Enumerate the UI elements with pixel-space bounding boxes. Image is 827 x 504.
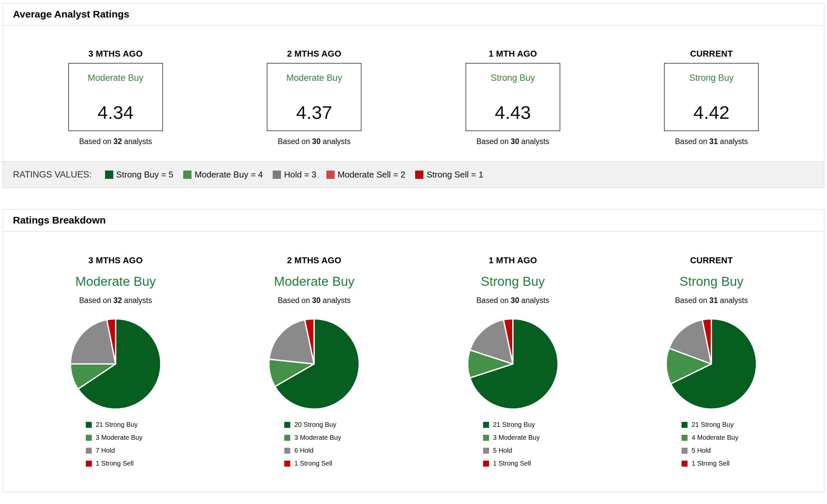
legend-label: 3 Moderate Buy (294, 434, 341, 441)
pie-legend-item-strong-buy: 21 Strong Buy (483, 421, 543, 429)
legend-color-swatch (284, 461, 290, 466)
analyst-count: 32 (113, 137, 122, 146)
legend-color-swatch (483, 422, 489, 428)
rating-label: Moderate Buy (286, 73, 342, 83)
rating-column-1-mth-ago: 1 MTH AGO Strong Buy 4.43 Based on 30 an… (414, 49, 612, 146)
analyst-count: 30 (312, 296, 321, 305)
pie-legend-item-hold: 7 Hold (86, 447, 145, 454)
legend-color-swatch (682, 461, 687, 466)
legend-color-swatch (483, 435, 489, 441)
legend-label: 1 Strong Sell (294, 460, 332, 467)
pie-chart (67, 315, 164, 412)
period-label: 3 MTHS AGO (16, 255, 215, 265)
breakdown-grid: 3 MTHS AGO Moderate Buy Based on 32 anal… (3, 232, 824, 492)
legend-color-swatch (284, 422, 290, 428)
hold-swatch (273, 170, 281, 179)
average-ratings-grid: 3 MTHS AGO Moderate Buy 4.34 Based on 32… (3, 26, 824, 146)
rating-column-3-mths-ago: 3 MTHS AGO Moderate Buy 4.34 Based on 32… (16, 49, 215, 146)
legend-color-swatch (483, 461, 489, 466)
pie-legend-item-strong-sell: 1 Strong Sell (284, 460, 344, 467)
pie-legend-item-moderate-buy: 3 Moderate Buy (86, 434, 145, 441)
analyst-count-line: Based on 30 analysts (215, 137, 414, 146)
ratings-values-legend: RATINGS VALUES: Strong Buy = 5 Moderate … (3, 161, 824, 188)
legend-label: 5 Hold (493, 447, 512, 454)
analyst-count: 32 (113, 296, 122, 305)
rating-label: Moderate Buy (16, 274, 215, 289)
rating-label: Strong Buy (414, 274, 612, 289)
rating-box: Moderate Buy 4.37 (267, 63, 361, 131)
strong-buy-swatch (105, 170, 113, 179)
analyst-count: 30 (510, 137, 519, 146)
pie-chart-container (612, 315, 811, 412)
pie-chart-container (414, 315, 612, 412)
rating-box: Moderate Buy 4.34 (68, 63, 163, 131)
legend-color-swatch (86, 461, 92, 466)
legend-color-swatch (483, 448, 489, 454)
legend-color-swatch (682, 422, 687, 428)
analyst-count-line: Based on 30 analysts (414, 296, 612, 305)
legend-label: 3 Moderate Buy (96, 434, 142, 441)
breakdown-column-2-mths-ago: 2 MTHS AGO Moderate Buy Based on 30 anal… (215, 255, 414, 472)
legend-color-swatch (284, 448, 290, 454)
legend-label: 6 Hold (294, 447, 313, 454)
moderate-sell-swatch (326, 170, 335, 179)
legend-color-swatch (682, 448, 687, 454)
rating-score: 4.34 (97, 103, 134, 122)
legend-label: 1 Strong Sell (493, 460, 531, 467)
period-label: 3 MTHS AGO (16, 49, 215, 59)
pie-legend-item-strong-sell: 1 Strong Sell (483, 460, 543, 467)
pie-legend-item-moderate-buy: 3 Moderate Buy (483, 434, 543, 441)
legend-item-hold: Hold = 3 (273, 169, 317, 180)
pie-legend-item-strong-buy: 21 Strong Buy (682, 421, 741, 429)
pie-chart-container (16, 315, 215, 412)
legend-label: 1 Strong Sell (691, 460, 730, 467)
period-label: 1 MTH AGO (414, 49, 612, 59)
analyst-count-line: Based on 30 analysts (215, 296, 414, 305)
legend-label: 21 Strong Buy (691, 421, 734, 429)
pie-legend-item-hold: 5 Hold (682, 447, 741, 454)
legend-item-moderate-buy: Moderate Buy = 4 (183, 169, 263, 180)
legend-label: 7 Hold (96, 447, 115, 454)
pie-legend-item-hold: 5 Hold (483, 447, 543, 454)
breakdown-column-1-mth-ago: 1 MTH AGO Strong Buy Based on 30 analyst… (414, 255, 612, 472)
breakdown-column-current: CURRENT Strong Buy Based on 31 analysts … (612, 255, 811, 472)
legend-label: 21 Strong Buy (96, 421, 138, 429)
period-label: 1 MTH AGO (414, 255, 612, 265)
pie-legend-item-strong-sell: 1 Strong Sell (682, 460, 741, 467)
legend-color-swatch (86, 448, 92, 454)
legend-label: 1 Strong Sell (96, 460, 134, 467)
pie-legend: 21 Strong Buy3 Moderate Buy5 Hold1 Stron… (483, 421, 543, 472)
legend-color-swatch (86, 422, 92, 428)
ratings-breakdown-panel: Ratings Breakdown 3 MTHS AGO Moderate Bu… (3, 209, 824, 492)
rating-column-2-mths-ago: 2 MTHS AGO Moderate Buy 4.37 Based on 30… (215, 49, 414, 146)
rating-column-current: CURRENT Strong Buy 4.42 Based on 31 anal… (612, 49, 811, 146)
pie-chart (266, 315, 362, 412)
rating-score: 4.42 (693, 103, 730, 122)
rating-label: Moderate Buy (88, 73, 143, 83)
legend-label: 21 Strong Buy (493, 421, 535, 429)
legend-color-swatch (284, 435, 290, 441)
panel-title: Ratings Breakdown (3, 210, 824, 232)
breakdown-column-3-mths-ago: 3 MTHS AGO Moderate Buy Based on 32 anal… (16, 255, 215, 472)
legend-label: 3 Moderate Buy (493, 434, 540, 441)
analyst-count: 31 (710, 296, 718, 305)
rating-label: Strong Buy (612, 274, 811, 289)
pie-legend: 20 Strong Buy3 Moderate Buy6 Hold1 Stron… (284, 421, 344, 472)
legend-item-strong-buy: Strong Buy = 5 (105, 169, 174, 180)
pie-legend-item-strong-buy: 20 Strong Buy (284, 421, 344, 429)
period-label: CURRENT (612, 255, 811, 265)
analyst-count-line: Based on 31 analysts (612, 137, 811, 146)
ratings-values-label: RATINGS VALUES: (13, 169, 92, 180)
rating-box: Strong Buy 4.42 (664, 63, 759, 131)
pie-chart (465, 315, 561, 412)
period-label: CURRENT (612, 49, 811, 59)
average-analyst-ratings-panel: Average Analyst Ratings 3 MTHS AGO Moder… (3, 3, 824, 188)
analyst-count: 30 (510, 296, 519, 305)
rating-label: Strong Buy (689, 73, 734, 83)
analyst-count-line: Based on 32 analysts (16, 137, 215, 146)
analyst-count-line: Based on 32 analysts (16, 296, 215, 305)
legend-label: 20 Strong Buy (294, 421, 336, 429)
pie-chart-container (215, 315, 414, 412)
pie-legend-item-strong-buy: 21 Strong Buy (86, 421, 145, 429)
legend-color-swatch (682, 435, 687, 441)
